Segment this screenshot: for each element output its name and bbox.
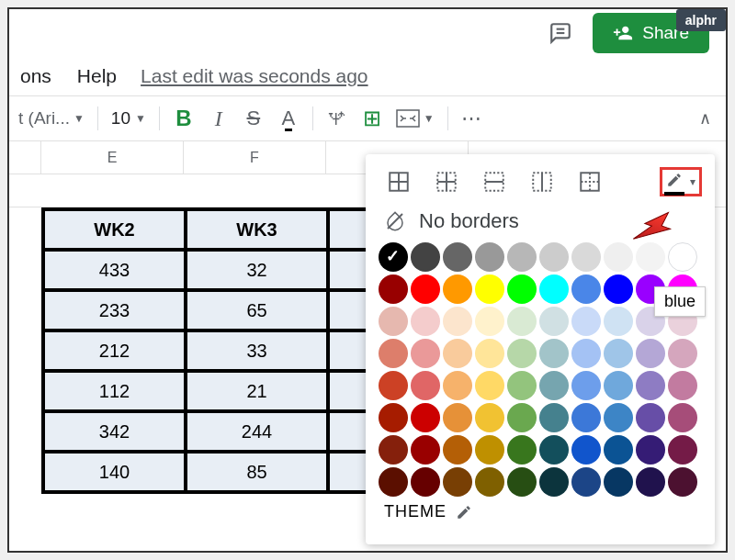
- italic-button[interactable]: I: [202, 102, 235, 135]
- color-swatch[interactable]: [379, 307, 408, 336]
- cell[interactable]: 65: [186, 290, 328, 330]
- font-selector[interactable]: t (Ari...▼: [13, 102, 90, 135]
- color-swatch[interactable]: [539, 435, 569, 465]
- color-swatch[interactable]: [475, 274, 504, 304]
- color-swatch[interactable]: [668, 403, 697, 432]
- color-swatch[interactable]: [636, 435, 665, 465]
- table-header[interactable]: WK3: [186, 209, 328, 250]
- cell[interactable]: 33: [186, 330, 328, 371]
- table-header[interactable]: WK2: [43, 209, 186, 250]
- bold-button[interactable]: B: [167, 102, 200, 135]
- color-swatch[interactable]: [539, 371, 569, 400]
- col-header-f[interactable]: F: [184, 141, 326, 174]
- border-all-icon[interactable]: [379, 165, 419, 198]
- color-swatch[interactable]: [443, 403, 472, 432]
- color-swatch[interactable]: [379, 339, 408, 368]
- color-swatch[interactable]: [604, 403, 633, 432]
- color-swatch[interactable]: [604, 307, 633, 336]
- color-swatch[interactable]: [668, 467, 697, 497]
- color-swatch[interactable]: [507, 307, 537, 336]
- color-swatch[interactable]: [539, 274, 569, 304]
- color-swatch[interactable]: [443, 307, 472, 336]
- cell[interactable]: 21: [186, 371, 328, 411]
- color-swatch[interactable]: [507, 435, 537, 465]
- menu-extensions[interactable]: ons: [9, 61, 62, 92]
- color-swatch[interactable]: [636, 371, 665, 400]
- theme-section[interactable]: THEME: [384, 502, 702, 521]
- cell[interactable]: 32: [186, 250, 328, 290]
- color-swatch[interactable]: [507, 467, 537, 497]
- cell[interactable]: 85: [186, 452, 328, 492]
- color-swatch[interactable]: [411, 435, 440, 465]
- color-swatch[interactable]: [539, 403, 569, 432]
- color-swatch[interactable]: [571, 307, 601, 336]
- color-swatch[interactable]: [411, 339, 440, 368]
- cell[interactable]: 112: [43, 371, 186, 411]
- color-swatch[interactable]: [604, 339, 633, 368]
- col-header-e[interactable]: E: [41, 141, 184, 174]
- borders-button[interactable]: ⊞: [356, 102, 389, 135]
- color-swatch[interactable]: [379, 242, 408, 272]
- color-swatch[interactable]: [475, 307, 504, 336]
- color-swatch[interactable]: [475, 371, 504, 400]
- color-swatch[interactable]: [443, 274, 472, 304]
- comment-icon[interactable]: [548, 21, 572, 45]
- color-swatch[interactable]: [571, 371, 601, 400]
- cell[interactable]: 342: [43, 411, 186, 452]
- cell[interactable]: 212: [43, 330, 186, 371]
- color-swatch[interactable]: [379, 274, 408, 304]
- color-swatch[interactable]: [636, 339, 665, 368]
- color-swatch[interactable]: [379, 435, 408, 465]
- cell[interactable]: 233: [43, 290, 186, 330]
- color-swatch[interactable]: [475, 403, 504, 432]
- color-swatch[interactable]: [507, 242, 537, 272]
- color-swatch[interactable]: [507, 339, 537, 368]
- color-swatch[interactable]: [539, 242, 569, 272]
- color-swatch[interactable]: [668, 339, 697, 368]
- color-swatch[interactable]: [571, 403, 601, 432]
- color-swatch[interactable]: [668, 371, 697, 400]
- color-swatch[interactable]: [636, 403, 665, 432]
- border-horizontal-icon[interactable]: [474, 165, 514, 198]
- cell[interactable]: 433: [43, 250, 186, 290]
- color-swatch[interactable]: [443, 435, 472, 465]
- text-color-button[interactable]: A: [272, 102, 305, 135]
- color-swatch[interactable]: [539, 339, 569, 368]
- merge-button[interactable]: ▼: [390, 102, 440, 135]
- more-button[interactable]: ⋯: [456, 102, 489, 135]
- row-header-corner[interactable]: [9, 141, 41, 174]
- color-swatch[interactable]: [571, 467, 601, 497]
- color-swatch[interactable]: [443, 339, 472, 368]
- cell[interactable]: 244: [186, 411, 328, 452]
- last-edit-link[interactable]: Last edit was seconds ago: [141, 65, 368, 87]
- color-swatch[interactable]: [507, 274, 537, 304]
- border-inner-icon[interactable]: [426, 165, 467, 198]
- color-swatch[interactable]: [571, 339, 601, 368]
- color-swatch[interactable]: [604, 274, 633, 304]
- color-swatch[interactable]: [571, 242, 601, 272]
- collapse-icon[interactable]: ∧: [699, 108, 711, 129]
- border-outer-icon[interactable]: [570, 165, 610, 198]
- font-size-selector[interactable]: 10▼: [106, 102, 152, 135]
- color-swatch[interactable]: [475, 435, 504, 465]
- color-swatch[interactable]: [411, 274, 440, 304]
- color-swatch[interactable]: [379, 467, 408, 497]
- color-swatch[interactable]: [379, 371, 408, 400]
- color-swatch[interactable]: [539, 307, 569, 336]
- menu-help[interactable]: Help: [66, 61, 128, 92]
- color-swatch[interactable]: [571, 435, 601, 465]
- color-swatch[interactable]: [571, 274, 601, 304]
- strikethrough-button[interactable]: S: [237, 102, 270, 135]
- color-swatch[interactable]: [636, 467, 665, 497]
- color-swatch[interactable]: [411, 242, 440, 272]
- border-color-button[interactable]: ▾: [660, 167, 702, 196]
- color-swatch[interactable]: [411, 403, 440, 432]
- color-swatch[interactable]: [604, 371, 633, 400]
- color-swatch[interactable]: [443, 242, 472, 272]
- color-swatch[interactable]: [507, 371, 537, 400]
- border-vertical-icon[interactable]: [522, 165, 562, 198]
- color-swatch[interactable]: [443, 467, 472, 497]
- color-swatch[interactable]: [475, 242, 504, 272]
- color-swatch[interactable]: [604, 467, 633, 497]
- color-swatch[interactable]: [668, 435, 697, 465]
